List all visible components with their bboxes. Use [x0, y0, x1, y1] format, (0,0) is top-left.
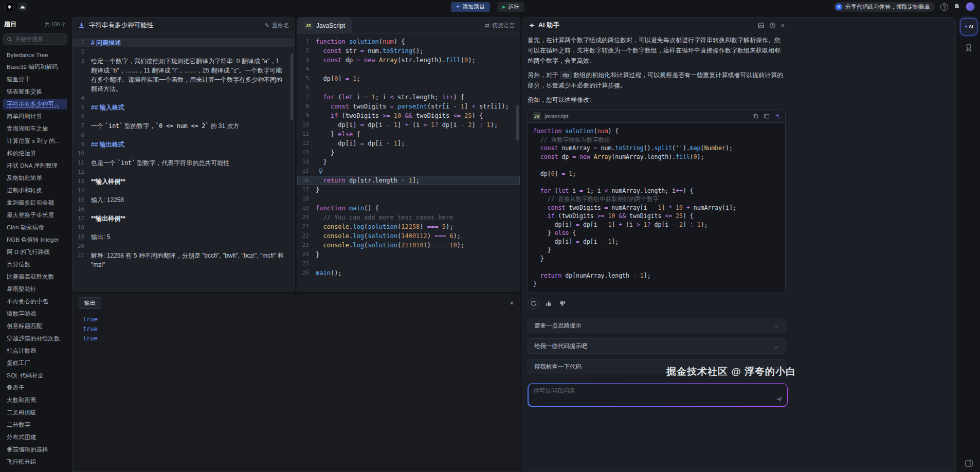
sidebar-item[interactable]: 猫鱼分干 — [3, 74, 67, 85]
ai-suggestion[interactable]: 需要一点思路提示→ — [528, 318, 786, 333]
ai-input-box[interactable] — [529, 384, 787, 406]
line-number: 21 — [72, 251, 91, 269]
editor-line[interactable]: 20 // You can add more test cases here — [297, 213, 520, 222]
sidebar-item[interactable]: 进制求和转换 — [3, 185, 67, 196]
editor-line[interactable]: 25 — [297, 259, 520, 268]
insert-code-icon[interactable] — [764, 113, 770, 119]
sidebar-item[interactable]: RGB 色值转 Integer — [3, 234, 67, 245]
problem-scrollbar[interactable] — [291, 53, 293, 120]
editor-line[interactable]: 17} — [297, 185, 520, 194]
sidebar-item[interactable]: 拿到最多红包金额 — [3, 197, 67, 208]
ai-assistant-toggle[interactable]: ✦ AI — [960, 18, 977, 35]
editor-line[interactable]: 19function main() { — [297, 204, 520, 213]
sidebar-item[interactable]: 青海湖租车之旅 — [3, 123, 67, 134]
editor-line[interactable]: 1function solution(num) { — [297, 37, 520, 46]
editor-line[interactable]: 9 if (twoDigits >= 10 && twoDigits <= 25… — [297, 111, 520, 120]
run-button[interactable]: ▶ 运行 — [497, 2, 524, 12]
editor-line[interactable]: 6 — [297, 83, 520, 93]
sidebar-item[interactable]: 蛋糕工厂 — [3, 358, 67, 369]
sidebar-item[interactable]: 飞行棋分组 — [3, 457, 67, 467]
sidebar-item[interactable]: 猜数字游戏 — [3, 308, 67, 319]
sidebar-item[interactable]: 环状 DNA 序列整理 — [3, 160, 67, 171]
sidebar-item[interactable]: 计算位置 x 到 y 的... — [3, 136, 67, 147]
editor-body[interactable]: 1function solution(num) {2 const str = n… — [297, 34, 520, 291]
editor-line[interactable]: 22 console.log(solution(1400112) === 6); — [297, 231, 520, 241]
magic-wand-icon[interactable] — [774, 113, 781, 119]
ai-suggestion[interactable]: 给我一些代码提示吧→ — [528, 338, 786, 354]
app-logo-icon[interactable]: ❖ — [5, 3, 14, 11]
editor-line[interactable]: 8 const twoDigits = parseInt(str[i - 1] … — [297, 102, 520, 111]
notification-bell-icon[interactable] — [953, 3, 960, 10]
editor-line[interactable]: 18 — [297, 194, 520, 204]
close-ai-panel-icon[interactable]: × — [781, 22, 785, 29]
sidebar-item[interactable]: 叠盘子 — [3, 383, 67, 393]
ai-question-input[interactable] — [534, 388, 782, 394]
regenerate-button[interactable] — [528, 298, 539, 310]
search-box[interactable] — [3, 33, 67, 45]
add-problem-button[interactable]: + 添加题目 — [451, 2, 490, 12]
medal-icon[interactable] — [964, 43, 973, 52]
sidebar-item[interactable]: 暴雨梨花针 — [3, 284, 67, 295]
sidebar-item[interactable]: 字符串有多少种可... — [3, 99, 67, 110]
editor-line[interactable]: 21 console.log(solution(12258) === 5); — [297, 222, 520, 231]
sidebar-item[interactable]: 最大替换子串长度 — [3, 210, 67, 221]
sidebar-item[interactable]: Bytedance Tree — [3, 49, 67, 60]
thumbs-down-icon[interactable] — [559, 300, 566, 307]
tab-javascript[interactable]: JS JavaScript — [297, 17, 352, 34]
sidebar-item[interactable]: SQL 代码补全 — [3, 370, 67, 381]
sidebar-item[interactable]: 二叉树供暖 — [3, 407, 67, 418]
editor-line[interactable]: 11 } else { — [297, 130, 520, 139]
editor-line[interactable]: 23 console.log(solution(2110101) === 10)… — [297, 241, 520, 250]
ai-suggestion-label: 给我一些代码提示吧 — [534, 341, 588, 351]
sidebar-item[interactable]: 番茄编辑的选择 — [3, 444, 67, 455]
editor-line[interactable]: 10 dp[i] = dp[i - 1] + (i > 1? dp[i - 2]… — [297, 120, 520, 130]
sidebar-item[interactable]: Cion 勒索病毒 — [3, 222, 67, 233]
export-image-icon[interactable] — [758, 22, 765, 29]
sidebar-item[interactable]: 及格如此简单 — [3, 173, 67, 184]
editor-line[interactable]: 15 — [297, 167, 520, 176]
editor-line[interactable]: 14 } — [297, 157, 520, 167]
editor-line[interactable]: 4 — [297, 65, 520, 74]
rename-button[interactable]: ✎ 重命名 — [265, 22, 289, 29]
editor-line[interactable]: 3 const dp = new Array(str.length).fill(… — [297, 56, 520, 65]
editor-line[interactable]: 12 dp[i] = dp[i - 1]; — [297, 139, 520, 148]
sidebar-item[interactable]: 大数和距离 — [3, 395, 67, 406]
sidebar-item[interactable]: Base32 编码和解码 — [3, 62, 67, 72]
ai-suggestion[interactable]: 帮我检查一下代码→ — [528, 359, 786, 374]
editor-line[interactable]: 26main(); — [297, 268, 520, 278]
sidebar-item[interactable]: 分布式团建 — [3, 432, 67, 443]
sidebar-item[interactable]: 阿 D 的飞行路线 — [3, 247, 67, 258]
editor-line[interactable]: 5 dp[0] = 1; — [297, 74, 520, 83]
sidebar-item[interactable]: 创意标题匹配 — [3, 321, 67, 332]
editor-line[interactable]: 16 return dp[str.length - 1]; — [297, 176, 520, 185]
sidebar-item[interactable]: 链表聚集交换 — [3, 86, 67, 97]
output-tab[interactable]: 输出 — [79, 297, 101, 309]
switch-language-button[interactable]: ⇄ 切换语言 — [485, 22, 515, 29]
line-number: 3 — [297, 56, 316, 65]
user-avatar[interactable] — [966, 2, 975, 11]
help-icon[interactable]: ? — [940, 3, 948, 11]
thumbs-up-icon[interactable] — [546, 300, 552, 307]
history-icon[interactable] — [769, 22, 776, 29]
search-input[interactable] — [15, 36, 64, 42]
sidebar-item[interactable]: 打点计数器 — [3, 346, 67, 356]
editor-line[interactable]: 2 const str = num.toString(); — [297, 46, 520, 56]
send-icon[interactable] — [776, 396, 783, 403]
sidebar-item[interactable]: 穿越沙漠的补给次数 — [3, 333, 67, 344]
sidebar-item[interactable]: 百分位数 — [3, 259, 67, 270]
mountain-logo-icon[interactable] — [18, 3, 27, 11]
sidebar-item[interactable]: 二分数字 — [3, 420, 67, 430]
sidebar-item[interactable]: 简单四则计算 — [3, 111, 67, 122]
editor-line[interactable]: 13 } — [297, 148, 520, 157]
panel-toggle-icon[interactable] — [965, 459, 973, 468]
copy-icon[interactable] — [753, 113, 759, 119]
editor-line[interactable]: 24} — [297, 250, 520, 259]
close-output-icon[interactable]: × — [510, 299, 514, 307]
editor-scrollbar[interactable] — [516, 105, 519, 141]
sidebar-item[interactable]: 比赛最高获胜次数 — [3, 271, 67, 282]
sidebar-item[interactable]: 不再贪心的小包 — [3, 296, 67, 307]
promo-banner[interactable]: ✦ 分享代码练习体验，领取定制勋章 — [833, 2, 935, 12]
editor-line[interactable]: 7 for (let i = 1; i < str.length; i++) { — [297, 93, 520, 102]
sidebar-item[interactable]: 和的逆运算 — [3, 148, 67, 159]
lightbulb-icon[interactable] — [317, 168, 324, 174]
